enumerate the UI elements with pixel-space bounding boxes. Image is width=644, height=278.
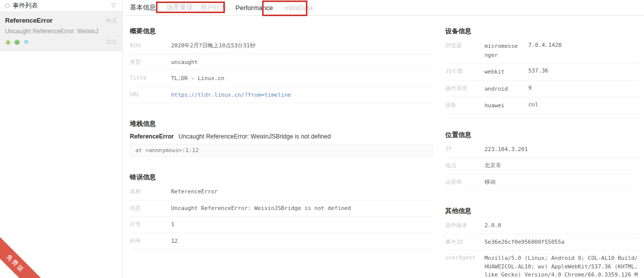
row-value: 北京市 [485, 162, 501, 170]
user-agent-value: Mozilla/5.0 (Linux; Android 9; COL-AL10 … [485, 254, 639, 278]
event-name: ReferenceError [5, 17, 53, 24]
device-section: 设备信息 浏览器 micromessenger 7.0.4.1428 JS引擎 … [445, 24, 639, 114]
event-platform-icons [5, 39, 29, 45]
row-value-2: 7.0.4.1428 [528, 42, 561, 48]
tab-metadata[interactable]: metaData [284, 4, 312, 12]
event-time: 昨天 [106, 17, 117, 25]
event-item-header: ReferenceError 昨天 [5, 17, 117, 25]
android-icon [5, 39, 11, 45]
device-row-js-engine: JS引擎 webkit 537.36 [445, 63, 639, 81]
row-value: ReferenceError [171, 188, 218, 196]
row-label: JS引擎 [445, 67, 485, 75]
device-row-device: 设备 huawei col [445, 97, 639, 114]
left-column: 概要信息 时间 2020年2月7日晚上10点53分31秒 类型 uncaught… [130, 24, 433, 278]
error-row-line: 行号 1 [130, 217, 433, 233]
device-row-os: 操作系统 android 9 [445, 81, 639, 98]
row-value: 2020年2月7日晚上10点53分31秒 [171, 42, 255, 50]
row-label: 信息 [130, 204, 171, 212]
sidebar-header: 事件列表 [0, 0, 122, 12]
summary-row-title: Title TL;DR - Linux.cn [130, 71, 433, 87]
other-row-event-id: 事件ID 5e36e26cf0e956000f55055a [445, 234, 639, 251]
row-value-1: android [485, 85, 520, 94]
row-value: Uncaught ReferenceError: WeixinJSBridge … [171, 204, 351, 213]
section-title: 位置信息 [445, 127, 639, 142]
other-section: 其他信息 插件版本 2.0.0 事件ID 5e36e26cf0e956000f5… [445, 203, 639, 278]
row-label: 浏览器 [445, 42, 485, 49]
row-value-1: huawei [485, 101, 520, 110]
event-message: Uncaught ReferenceError: WeixinJS... [5, 28, 99, 35]
section-title: 其他信息 [445, 203, 639, 218]
event-list-sidebar: 事件列表 ReferenceError 昨天 Uncaught Referenc… [0, 0, 123, 278]
row-value: uncaught [171, 58, 198, 67]
row-label: Title [130, 75, 171, 81]
tab-basic-info[interactable]: 基本信息 [130, 3, 156, 12]
row-label: 操作系统 [445, 85, 485, 92]
stack-error-name: ReferenceError [130, 133, 174, 140]
tab-user-behavior[interactable]: 用户行为 [200, 3, 226, 12]
row-value-2: col [528, 101, 538, 108]
status-circle-icon [5, 4, 10, 8]
other-row-user-agent: userAgent Mozilla/5.0 (Linux; Android 9;… [445, 250, 639, 278]
row-label: 插件版本 [445, 222, 485, 229]
error-monitor-app: 事件列表 ReferenceError 昨天 Uncaught Referenc… [0, 0, 644, 278]
row-value: 5e36e26cf0e956000f55055a [485, 238, 565, 247]
row-label: 列号 [130, 237, 171, 245]
location-section: 位置信息 IP 223.104.3.201 地点 北京市 运营商 移动 [445, 127, 639, 191]
row-label: 事件ID [445, 238, 485, 246]
stack-section: 堆栈信息 ReferenceError Uncaught ReferenceEr… [130, 116, 433, 157]
right-column: 设备信息 浏览器 micromessenger 7.0.4.1428 JS引擎 … [445, 24, 639, 278]
row-value-1: micromessenger [485, 42, 520, 59]
summary-row-url: URL https://tldr.linux.cn/?from=timeline [130, 87, 433, 104]
event-location: 北京 [106, 38, 117, 46]
summary-row-time: 时间 2020年2月7日晚上10点53分31秒 [130, 38, 433, 54]
section-title: 概要信息 [130, 24, 433, 38]
tab-scene-replay[interactable]: 场景重现 [167, 3, 193, 12]
row-value: 1 [171, 221, 175, 229]
row-label: 时间 [130, 42, 171, 49]
stack-frame: at <anonymous>:1:12 [130, 144, 433, 157]
row-value: 12 [171, 237, 178, 246]
summary-row-type: 类型 uncaught [130, 54, 433, 71]
sidebar-title: 事件列表 [13, 2, 38, 10]
device-row-browser: 浏览器 micromessenger 7.0.4.1428 [445, 38, 639, 63]
row-value-2: 537.36 [528, 67, 548, 74]
other-row-plugin-version: 插件版本 2.0.0 [445, 218, 639, 234]
filter-icon[interactable] [110, 2, 117, 9]
event-item-footer: 北京 [5, 38, 117, 46]
url-link[interactable]: https://tldr.linux.cn/?from=timeline [171, 91, 291, 100]
tab-performance[interactable]: Performance [235, 4, 273, 12]
row-label: userAgent [445, 254, 485, 261]
main-panel: 基本信息 场景重现 用户行为 Performance metaData 概要信息… [123, 0, 644, 278]
error-section: 错误信息 名称 ReferenceError 信息 Uncaught Refer… [130, 170, 433, 249]
browser-icon [14, 39, 20, 45]
basic-info-content: 概要信息 时间 2020年2月7日晚上10点53分31秒 类型 uncaught… [123, 16, 644, 278]
location-row-ip: IP 223.104.3.201 [445, 142, 639, 158]
row-label: IP [445, 146, 485, 152]
section-title: 堆栈信息 [130, 116, 433, 130]
row-value: TL;DR - Linux.cn [171, 75, 224, 83]
summary-section: 概要信息 时间 2020年2月7日晚上10点53分31秒 类型 uncaught… [130, 24, 433, 103]
row-label: 地点 [445, 162, 485, 169]
row-label: 类型 [130, 58, 171, 66]
row-value-1: webkit [485, 67, 520, 77]
event-list-item[interactable]: ReferenceError 昨天 Uncaught ReferenceErro… [0, 12, 122, 51]
location-row-carrier: 运营商 移动 [445, 174, 639, 191]
tab-bar: 基本信息 场景重现 用户行为 Performance metaData [123, 0, 644, 16]
error-row-name: 名称 ReferenceError [130, 184, 433, 200]
section-title: 设备信息 [445, 24, 639, 38]
row-value: 223.104.3.201 [485, 146, 528, 154]
location-row-place: 地点 北京市 [445, 158, 639, 174]
wechat-icon [23, 39, 29, 45]
row-label: 名称 [130, 188, 171, 195]
row-value-2: 9 [528, 85, 532, 91]
section-title: 错误信息 [130, 170, 433, 184]
row-label: 设备 [445, 101, 485, 109]
stack-error-line: ReferenceError Uncaught ReferenceError: … [130, 130, 433, 144]
error-row-message: 信息 Uncaught ReferenceError: WeixinJSBrid… [130, 200, 433, 217]
row-label: 运营商 [445, 178, 485, 186]
error-row-column: 列号 12 [130, 233, 433, 250]
row-label: URL [130, 91, 171, 98]
stack-error-message: Uncaught ReferenceError: WeixinJSBridge … [179, 133, 331, 140]
row-label: 行号 [130, 221, 171, 228]
row-value: 移动 [485, 178, 496, 187]
